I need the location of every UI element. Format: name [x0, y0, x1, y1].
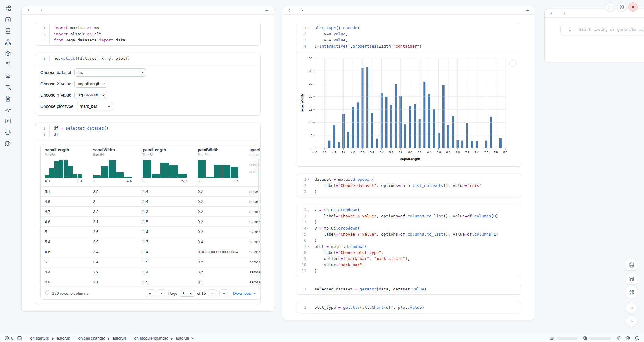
menu-button[interactable]	[606, 2, 615, 12]
on-startup-setting[interactable]: on startup: autorun	[30, 336, 70, 340]
bolt-icon	[170, 336, 174, 340]
column-header[interactable]: petalLengthfloat64	[138, 144, 193, 157]
table-scrollbar[interactable]	[258, 159, 259, 290]
run-button[interactable]	[626, 315, 637, 327]
code-line: import marimo as mo	[54, 25, 260, 31]
table-cell: 1.3	[138, 207, 193, 216]
on-module-change-setting[interactable]: on module change: autorun	[134, 336, 195, 340]
download-button[interactable]: Download	[233, 291, 256, 296]
fold-chevron-icon[interactable]	[306, 209, 309, 212]
generate-link[interactable]: generate	[617, 27, 636, 32]
on-cell-change-setting[interactable]: on cell change: autorun	[78, 336, 126, 340]
fold-chevron-icon[interactable]	[306, 245, 309, 248]
settings-button[interactable]	[617, 2, 626, 12]
ram-usage[interactable]	[549, 336, 578, 340]
code-editor[interactable]: 1selected_dataset = getattr(data, datase…	[296, 284, 521, 294]
code-icon[interactable]	[5, 118, 11, 124]
dependency-graph-icon[interactable]	[5, 39, 11, 45]
column-prev-icon[interactable]	[287, 8, 292, 12]
first-page-button[interactable]: «	[146, 289, 155, 297]
add-cell-button[interactable]	[265, 8, 269, 13]
code-editor[interactable]: 1plot_type = getattr(alt.Chart(df), plot…	[296, 302, 521, 313]
fold-chevron-icon[interactable]	[306, 27, 309, 30]
table-row[interactable]: 4.73.21.30.2setosa	[41, 206, 260, 216]
column-prev-icon[interactable]	[549, 11, 554, 16]
code-editor[interactable]: 1 Start coding or generate with	[561, 24, 644, 35]
page-select[interactable]: 1	[180, 290, 195, 297]
line-number: 2	[304, 214, 306, 218]
column-next-icon[interactable]	[39, 8, 44, 12]
connection-status[interactable]	[635, 336, 640, 340]
dropdown-choose-plot-type[interactable]: mark_bar	[77, 102, 113, 110]
last-page-button[interactable]: »	[219, 289, 228, 297]
functions-icon[interactable]: f	[5, 16, 11, 23]
command-palette-button[interactable]	[626, 287, 637, 298]
search-icon[interactable]	[44, 291, 49, 296]
table-row[interactable]: 4.63.11.50.2setosa	[41, 216, 260, 226]
database-icon[interactable]	[5, 28, 11, 34]
column-next-icon[interactable]	[300, 8, 304, 12]
stop-button[interactable]	[626, 302, 637, 314]
table-row[interactable]: 5.43.91.70.4setosa	[41, 237, 260, 247]
column-prev-icon[interactable]	[27, 8, 31, 12]
snippets-icon[interactable]	[5, 95, 11, 102]
code-cell-dataframe[interactable]: 12df = selected_dataset()df sepalLengthf…	[35, 123, 261, 304]
code-editor[interactable]: 123import marimo as moimport altair as a…	[35, 23, 260, 45]
code-cell-selected-dataset[interactable]: 1selected_dataset = getattr(data, datase…	[296, 284, 521, 295]
code-editor[interactable]: 123dataset = mo.ui.dropdown( label="Choo…	[296, 174, 521, 197]
code-editor[interactable]: 1234567891011x = mo.ui.dropdown( label="…	[296, 205, 521, 276]
code-cell-xy-plot-dropdowns[interactable]: 1234567891011x = mo.ui.dropdown( label="…	[296, 205, 521, 276]
code-cell-plot-type[interactable]: 1plot_type = getattr(alt.Chart(df), plot…	[296, 302, 521, 313]
code-cell-dataset-dropdown[interactable]: 123dataset = mo.ui.dropdown( label="Choo…	[296, 174, 521, 197]
logs-icon[interactable]	[5, 84, 11, 91]
dropdown-choose-y-value[interactable]: sepalWidth	[74, 91, 107, 99]
packages-icon[interactable]	[5, 50, 11, 57]
add-cell-button[interactable]	[525, 8, 530, 13]
dropdown-choose-dataset[interactable]: iris	[74, 68, 146, 77]
column-header[interactable]: petalWidthfloat64	[193, 144, 245, 157]
save-button[interactable]	[626, 259, 637, 271]
code-line: label="Choose plot type",	[314, 250, 521, 256]
line-number: 3	[304, 190, 306, 194]
table-row[interactable]: 4.93.11.50.1setosa	[41, 277, 260, 287]
error-count-badge[interactable]: 0	[4, 336, 13, 340]
table-row[interactable]: 53.61.40.2setosa	[41, 226, 260, 237]
table-row[interactable]: 53.41.50.2setosa	[41, 257, 260, 267]
column-header[interactable]: sepalLengthfloat64	[41, 144, 89, 157]
dropdown-choose-x-value[interactable]: sepalLength	[74, 80, 107, 88]
bar-chart[interactable]: 4.04.24.44.64.85.05.25.45.65.86.06.26.46…	[300, 55, 519, 163]
table-row[interactable]: 4.63.41.40.30000000000000004setosa	[41, 247, 260, 257]
code-editor[interactable]: 1234plot_type().encode( x=x.value, y=y.v…	[296, 23, 521, 52]
table-row[interactable]: 5.13.51.40.2setosa	[41, 186, 260, 196]
table-row[interactable]: 4.931.40.2setosa	[41, 196, 260, 206]
documentation-icon[interactable]	[5, 62, 11, 68]
layout-button[interactable]	[626, 273, 637, 284]
code-cell-imports[interactable]: 123import marimo as moimport altair as a…	[35, 23, 261, 46]
scratchpad-icon[interactable]	[5, 129, 11, 136]
code-cell-empty[interactable]: 1 Start coding or generate with	[560, 24, 644, 35]
prev-page-button[interactable]: ‹	[157, 289, 166, 297]
help-icon[interactable]	[5, 141, 11, 147]
code-cell-vstack[interactable]: 1mo.vstack([dataset, x, y, plot]) Choose…	[35, 53, 261, 116]
table-row[interactable]: 4.42.91.40.2setosa	[41, 267, 260, 277]
terminal-button[interactable]	[17, 336, 22, 340]
code-line: y = mo.ui.dropdown(	[314, 225, 521, 231]
svg-text:4.4: 4.4	[332, 151, 336, 154]
cpu-usage[interactable]	[583, 336, 611, 340]
tracing-icon[interactable]	[5, 107, 11, 113]
column-header[interactable]: sepalWidthfloat64	[89, 144, 138, 157]
chat-icon[interactable]	[5, 73, 11, 79]
fold-chevron-icon[interactable]	[306, 178, 309, 181]
code-cell-plot[interactable]: 1234plot_type().encode( x=x.value, y=y.v…	[296, 23, 521, 167]
column-next-icon[interactable]	[562, 11, 567, 16]
copilot-button[interactable]	[625, 336, 630, 340]
next-page-button[interactable]: ›	[208, 289, 217, 297]
chart-menu-button[interactable]	[509, 59, 517, 67]
close-panel-button[interactable]	[628, 2, 638, 12]
fold-chevron-icon[interactable]	[306, 227, 309, 230]
code-editor[interactable]: 1mo.vstack([dataset, x, y, plot])	[35, 53, 260, 64]
column-header[interactable]: speciesobject	[245, 144, 260, 157]
ai-assist-button[interactable]	[616, 336, 621, 340]
code-editor[interactable]: 12df = selected_dataset()df	[35, 123, 260, 140]
file-tree-icon[interactable]	[5, 5, 11, 12]
